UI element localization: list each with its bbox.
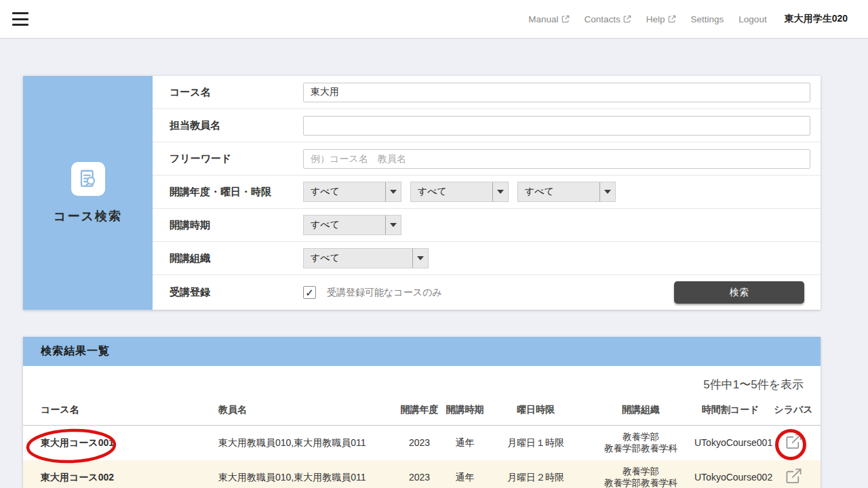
- checkmark-icon: ✓: [305, 287, 314, 298]
- col-syllabus: シラバス: [766, 404, 821, 416]
- course-name-link[interactable]: 東大用コース001: [23, 437, 218, 449]
- free-word-input[interactable]: [303, 149, 810, 169]
- term-cell: 通年: [446, 437, 484, 449]
- chevron-down-icon: [412, 249, 428, 268]
- external-link-icon: [668, 15, 676, 23]
- results-count-text: 5件中1〜5件を表示: [23, 366, 821, 395]
- external-link-icon: [623, 15, 631, 23]
- chevron-down-icon: [385, 216, 401, 235]
- teacher-name-label: 担当教員名: [170, 119, 303, 132]
- nav-contacts-label: Contacts: [585, 14, 620, 24]
- col-year: 開講年度: [393, 404, 446, 416]
- results-table: コース名 教員名 開講年度 開講時期 曜日時限 開講組織 時間割コード シラバス…: [23, 395, 821, 488]
- result-row-1: 東大用コース001 東大用教職員010,東大用教職員011 2023 通年 月曜…: [23, 426, 821, 460]
- nav-contacts[interactable]: Contacts: [585, 14, 631, 24]
- nav-manual-label: Manual: [528, 14, 558, 24]
- nav-help[interactable]: Help: [646, 14, 676, 24]
- timetable-code-cell: UTokyoCourse001: [694, 437, 766, 449]
- form-row-course-name: コース名: [153, 76, 821, 109]
- course-search-panel: コース検索 コース名 担当教員名 フリーワード 開講年度・曜日・時限 すべて す…: [23, 76, 821, 310]
- free-word-label: フリーワード: [170, 152, 303, 165]
- syllabus-link[interactable]: [785, 432, 803, 451]
- year-cell: 2023: [393, 437, 446, 449]
- course-name-link[interactable]: 東大用コース002: [23, 472, 218, 484]
- external-link-icon: [785, 467, 803, 485]
- term-select[interactable]: すべて: [303, 215, 401, 235]
- day-period-cell: 月曜日１時限: [484, 437, 587, 449]
- course-name-input[interactable]: [303, 83, 810, 102]
- period-select[interactable]: すべて: [517, 182, 616, 202]
- form-row-teacher-name: 担当教員名: [153, 109, 821, 142]
- nav-help-label: Help: [646, 14, 665, 24]
- day-select[interactable]: すべて: [410, 182, 509, 202]
- organization-cell: 教養学部 教養学部教養学科: [587, 432, 694, 455]
- col-organization: 開講組織: [587, 404, 694, 416]
- period-select-value: すべて: [518, 182, 599, 201]
- timetable-code-cell: UTokyoCourse002: [694, 472, 766, 484]
- form-row-organization: 開講組織 すべて: [153, 242, 821, 275]
- top-bar: Manual Contacts Help Settings Logout 東大用…: [0, 0, 868, 39]
- col-timetable-code: 時間割コード: [694, 404, 766, 416]
- search-panel-title: コース検索: [54, 208, 122, 224]
- external-link-icon: [785, 432, 803, 451]
- col-term: 開講時期: [446, 404, 484, 416]
- nav-logout[interactable]: Logout: [738, 14, 766, 24]
- teacher-name-input[interactable]: [303, 116, 810, 136]
- course-search-side-banner: コース検索: [23, 76, 153, 310]
- results-title-bar: 検索結果一覧: [23, 337, 821, 366]
- external-link-icon: [561, 15, 570, 23]
- year-select[interactable]: すべて: [303, 182, 401, 202]
- results-title: 検索結果一覧: [41, 344, 110, 359]
- result-row-2: 東大用コース002 東大用教職員010,東大用教職員011 2023 通年 月曜…: [23, 460, 821, 488]
- registration-checkbox[interactable]: ✓: [303, 286, 316, 299]
- nav-logout-label: Logout: [738, 14, 766, 24]
- col-course-name: コース名: [23, 404, 218, 416]
- chevron-down-icon: [599, 182, 615, 201]
- teachers-cell: 東大用教職員010,東大用教職員011: [218, 472, 393, 484]
- menu-icon[interactable]: [12, 12, 28, 26]
- organization-select-value: すべて: [304, 249, 412, 268]
- form-row-year-day-period: 開講年度・曜日・時限 すべて すべて すべて: [153, 176, 821, 209]
- form-row-registration: 受講登録 ✓ 受講登録可能なコースのみ 検索: [153, 275, 821, 310]
- teachers-cell: 東大用教職員010,東大用教職員011: [218, 437, 393, 449]
- registration-label: 受講登録: [170, 286, 303, 299]
- nav-settings-label: Settings: [691, 14, 724, 24]
- form-row-free-word: フリーワード: [153, 142, 821, 176]
- registration-checkbox-label: 受講登録可能なコースのみ: [327, 287, 442, 299]
- term-cell: 通年: [446, 472, 484, 484]
- nav-manual[interactable]: Manual: [528, 14, 569, 24]
- course-search-icon: [71, 162, 105, 196]
- year-select-value: すべて: [304, 182, 385, 201]
- term-label: 開講時期: [170, 219, 303, 232]
- organization-select[interactable]: すべて: [303, 248, 429, 268]
- course-name-label: コース名: [170, 86, 303, 99]
- col-teachers: 教員名: [218, 404, 393, 416]
- year-cell: 2023: [393, 472, 446, 484]
- logged-in-user-name: 東大用学生020: [785, 13, 848, 25]
- search-button[interactable]: 検索: [674, 281, 804, 304]
- organization-label: 開講組織: [170, 252, 303, 265]
- organization-cell: 教養学部 教養学部教養学科: [587, 466, 694, 488]
- form-row-term: 開講時期 すべて: [153, 209, 821, 242]
- year-day-period-label: 開講年度・曜日・時限: [170, 186, 303, 199]
- search-results-panel: 検索結果一覧 5件中1〜5件を表示 コース名 教員名 開講年度 開講時期 曜日時…: [23, 337, 821, 488]
- term-select-value: すべて: [304, 216, 385, 235]
- top-nav: Manual Contacts Help Settings Logout 東大用…: [528, 13, 848, 25]
- col-day-period: 曜日時限: [484, 404, 587, 416]
- day-period-cell: 月曜日２時限: [484, 472, 587, 484]
- syllabus-link[interactable]: [785, 467, 803, 485]
- day-select-value: すべて: [411, 182, 492, 201]
- chevron-down-icon: [492, 182, 508, 201]
- search-form: コース名 担当教員名 フリーワード 開講年度・曜日・時限 すべて すべて: [153, 76, 821, 310]
- results-table-header: コース名 教員名 開講年度 開講時期 曜日時限 開講組織 時間割コード シラバス: [23, 395, 821, 426]
- chevron-down-icon: [385, 182, 401, 201]
- nav-settings[interactable]: Settings: [691, 14, 724, 24]
